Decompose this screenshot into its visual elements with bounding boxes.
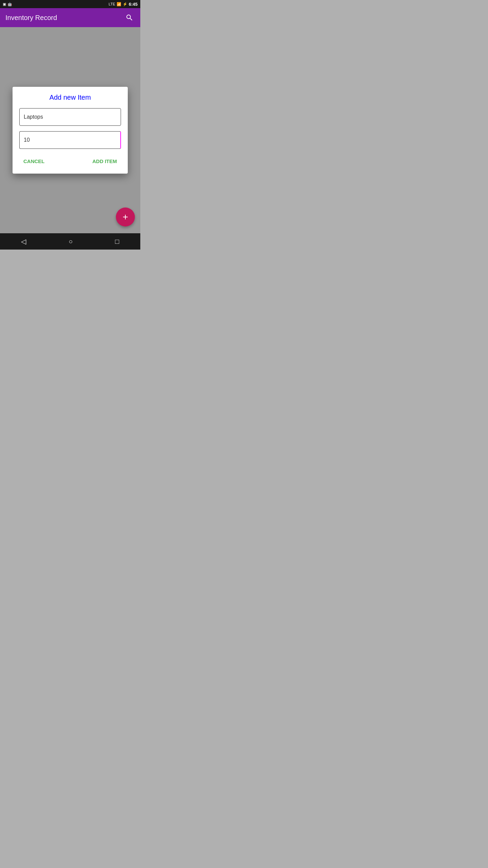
quantity-input[interactable] bbox=[19, 131, 121, 149]
signal-icon: 📶 bbox=[117, 2, 121, 6]
status-bar-left: ▣ 🤖 bbox=[3, 2, 12, 6]
add-item-button[interactable]: ADD ITEM bbox=[88, 156, 121, 167]
android-icon: 🤖 bbox=[7, 2, 12, 6]
sim-icon: ▣ bbox=[3, 2, 6, 6]
status-bar-right: LTE 📶 ⚡ 6:45 bbox=[109, 2, 138, 7]
recents-button[interactable]: □ bbox=[112, 235, 122, 248]
dialog-actions: CANCEL ADD ITEM bbox=[19, 156, 121, 167]
lte-icon: LTE bbox=[109, 2, 115, 6]
cancel-button[interactable]: CANCEL bbox=[19, 156, 49, 167]
dialog-title: Add new Item bbox=[19, 94, 121, 101]
back-button[interactable]: ◁ bbox=[18, 235, 29, 248]
battery-icon: ⚡ bbox=[123, 2, 127, 6]
bottom-navigation: ◁ ○ □ bbox=[0, 233, 140, 250]
status-bar: ▣ 🤖 LTE 📶 ⚡ 6:45 bbox=[0, 0, 140, 8]
item-name-input[interactable] bbox=[19, 108, 121, 126]
status-time: 6:45 bbox=[129, 2, 138, 7]
app-bar: Inventory Record bbox=[0, 8, 140, 27]
search-button[interactable] bbox=[124, 12, 135, 23]
app-title: Inventory Record bbox=[5, 14, 57, 22]
dialog-backdrop: Add new Item CANCEL ADD ITEM bbox=[0, 27, 140, 233]
add-item-dialog: Add new Item CANCEL ADD ITEM bbox=[13, 87, 128, 174]
home-button[interactable]: ○ bbox=[66, 235, 75, 248]
